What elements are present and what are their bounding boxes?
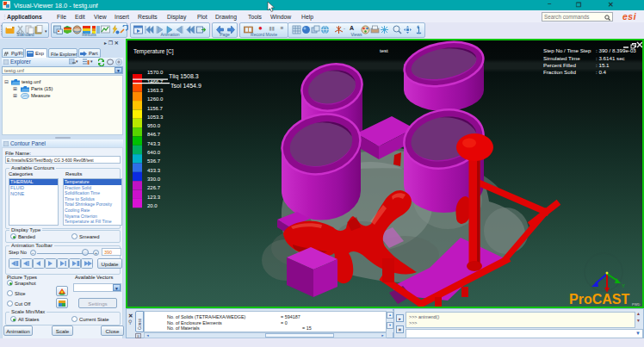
svg-text:433.3: 433.3 — [147, 168, 161, 173]
svg-text:123.3: 123.3 — [147, 195, 161, 200]
svg-text:Tliq 1508.3: Tliq 1508.3 — [169, 73, 199, 80]
svg-text:226.7: 226.7 — [147, 185, 161, 190]
svg-text:Percent Filled: Percent Filled — [543, 62, 576, 68]
svg-text:: 390 / 8.399e-03: : 390 / 8.399e-03 — [596, 47, 636, 53]
svg-text:PWD: PWD — [632, 302, 640, 307]
svg-text:1053.3: 1053.3 — [147, 115, 164, 120]
svg-text:Step No / Time Step: Step No / Time Step — [543, 47, 591, 53]
svg-text:: 0.4: : 0.4 — [596, 69, 607, 75]
svg-text:Fraction Solid: Fraction Solid — [543, 69, 576, 75]
svg-text:1260.0: 1260.0 — [147, 96, 164, 102]
svg-text:1363.3: 1363.3 — [147, 88, 164, 93]
svg-text:Temperature [C]: Temperature [C] — [133, 48, 174, 55]
svg-text:test: test — [380, 48, 388, 53]
svg-text:743.3: 743.3 — [147, 141, 161, 146]
svg-text:20.0: 20.0 — [147, 203, 158, 208]
svg-text:950.0: 950.0 — [147, 123, 161, 128]
svg-text:536.7: 536.7 — [147, 158, 161, 164]
svg-text:: 3.6141 sec: : 3.6141 sec — [596, 55, 625, 61]
svg-text:330.0: 330.0 — [147, 177, 161, 182]
svg-text:: 15.1: : 15.1 — [596, 62, 610, 68]
svg-text:640.0: 640.0 — [147, 150, 161, 155]
svg-text:ProCAST: ProCAST — [569, 292, 629, 307]
svg-text:Simulated Time: Simulated Time — [543, 55, 580, 61]
svg-text:Tsol 1454.9: Tsol 1454.9 — [170, 83, 201, 89]
svg-text:846.7: 846.7 — [147, 132, 161, 137]
svg-text:Y: Y — [622, 283, 625, 288]
svg-text:1156.7: 1156.7 — [147, 106, 164, 111]
svg-text:1570.0: 1570.0 — [147, 70, 164, 75]
